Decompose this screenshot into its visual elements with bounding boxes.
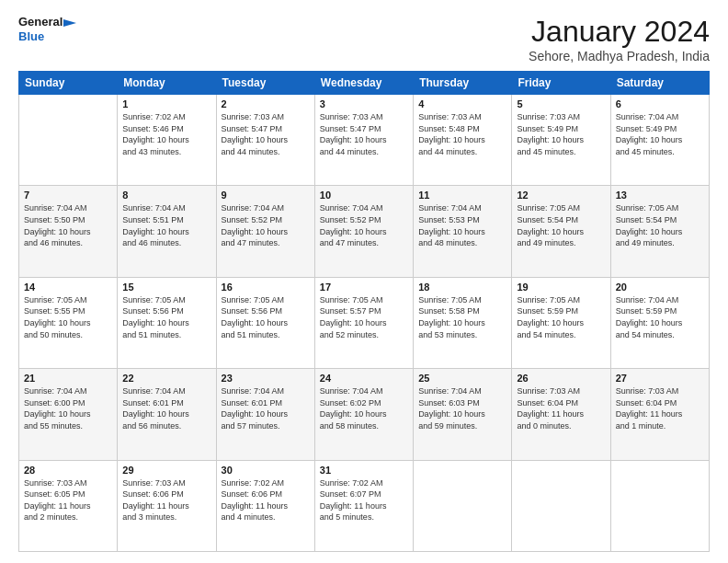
day-number: 2	[222, 98, 310, 109]
col-monday: Monday	[118, 72, 216, 95]
table-row: 11Sunrise: 7:04 AM Sunset: 5:53 PM Dayli…	[414, 186, 512, 277]
day-number: 15	[122, 282, 210, 293]
day-info: Sunrise: 7:03 AM Sunset: 5:48 PM Dayligh…	[418, 111, 506, 157]
table-row: 21Sunrise: 7:04 AM Sunset: 6:00 PM Dayli…	[19, 369, 118, 460]
table-row: 8Sunrise: 7:04 AM Sunset: 5:51 PM Daylig…	[118, 186, 216, 277]
table-row: 27Sunrise: 7:03 AM Sunset: 6:04 PM Dayli…	[610, 369, 709, 460]
table-row: 9Sunrise: 7:04 AM Sunset: 5:52 PM Daylig…	[216, 186, 314, 277]
day-info: Sunrise: 7:04 AM Sunset: 6:02 PM Dayligh…	[320, 385, 408, 431]
day-info: Sunrise: 7:03 AM Sunset: 6:06 PM Dayligh…	[122, 477, 210, 523]
day-number: 8	[122, 190, 210, 201]
table-row: 10Sunrise: 7:04 AM Sunset: 5:52 PM Dayli…	[314, 186, 413, 277]
day-info: Sunrise: 7:04 AM Sunset: 5:59 PM Dayligh…	[616, 294, 704, 340]
logo-text: General Blue	[18, 15, 76, 43]
day-info: Sunrise: 7:05 AM Sunset: 5:57 PM Dayligh…	[320, 294, 408, 340]
day-info: Sunrise: 7:04 AM Sunset: 6:01 PM Dayligh…	[122, 385, 210, 431]
col-friday: Friday	[512, 72, 610, 95]
day-number: 9	[222, 190, 310, 201]
table-row: 29Sunrise: 7:03 AM Sunset: 6:06 PM Dayli…	[118, 460, 216, 551]
col-wednesday: Wednesday	[314, 72, 413, 95]
calendar-week-row: 1Sunrise: 7:02 AM Sunset: 5:46 PM Daylig…	[19, 95, 710, 186]
calendar-table: Sunday Monday Tuesday Wednesday Thursday…	[18, 71, 710, 552]
table-row: 7Sunrise: 7:04 AM Sunset: 5:50 PM Daylig…	[19, 186, 118, 277]
day-info: Sunrise: 7:04 AM Sunset: 5:52 PM Dayligh…	[222, 202, 310, 248]
day-info: Sunrise: 7:04 AM Sunset: 6:00 PM Dayligh…	[24, 385, 112, 431]
calendar-week-row: 14Sunrise: 7:05 AM Sunset: 5:55 PM Dayli…	[19, 277, 710, 368]
svg-marker-0	[63, 19, 76, 27]
table-row: 6Sunrise: 7:04 AM Sunset: 5:49 PM Daylig…	[610, 95, 709, 186]
day-info: Sunrise: 7:03 AM Sunset: 5:47 PM Dayligh…	[320, 111, 408, 157]
table-row: 24Sunrise: 7:04 AM Sunset: 6:02 PM Dayli…	[314, 369, 413, 460]
table-row: 25Sunrise: 7:04 AM Sunset: 6:03 PM Dayli…	[414, 369, 512, 460]
day-info: Sunrise: 7:05 AM Sunset: 5:59 PM Dayligh…	[517, 294, 605, 340]
day-info: Sunrise: 7:02 AM Sunset: 6:07 PM Dayligh…	[320, 477, 408, 523]
day-info: Sunrise: 7:05 AM Sunset: 5:56 PM Dayligh…	[222, 294, 310, 340]
subtitle: Sehore, Madhya Pradesh, India	[529, 49, 710, 63]
day-number: 22	[122, 373, 210, 384]
day-number: 28	[24, 465, 112, 476]
table-row	[610, 460, 709, 551]
day-info: Sunrise: 7:02 AM Sunset: 5:46 PM Dayligh…	[122, 111, 210, 157]
day-number: 13	[616, 190, 704, 201]
table-row: 5Sunrise: 7:03 AM Sunset: 5:49 PM Daylig…	[512, 95, 610, 186]
col-sunday: Sunday	[19, 72, 118, 95]
day-number: 5	[517, 98, 605, 109]
month-title: January 2024	[529, 15, 710, 49]
day-number: 12	[517, 190, 605, 201]
table-row: 28Sunrise: 7:03 AM Sunset: 6:05 PM Dayli…	[19, 460, 118, 551]
table-row: 1Sunrise: 7:02 AM Sunset: 5:46 PM Daylig…	[118, 95, 216, 186]
day-info: Sunrise: 7:04 AM Sunset: 5:49 PM Dayligh…	[616, 111, 704, 157]
col-thursday: Thursday	[414, 72, 512, 95]
day-number: 29	[122, 465, 210, 476]
table-row: 23Sunrise: 7:04 AM Sunset: 6:01 PM Dayli…	[216, 369, 314, 460]
title-area: January 2024 Sehore, Madhya Pradesh, Ind…	[529, 15, 710, 63]
table-row: 12Sunrise: 7:05 AM Sunset: 5:54 PM Dayli…	[512, 186, 610, 277]
day-number: 31	[320, 465, 408, 476]
table-row: 14Sunrise: 7:05 AM Sunset: 5:55 PM Dayli…	[19, 277, 118, 368]
table-row: 4Sunrise: 7:03 AM Sunset: 5:48 PM Daylig…	[414, 95, 512, 186]
day-info: Sunrise: 7:04 AM Sunset: 5:52 PM Dayligh…	[320, 202, 408, 248]
day-number: 18	[418, 282, 506, 293]
day-info: Sunrise: 7:03 AM Sunset: 5:47 PM Dayligh…	[222, 111, 310, 157]
col-saturday: Saturday	[610, 72, 709, 95]
day-number: 26	[517, 373, 605, 384]
header: General Blue January 2024 Sehore, Madhya…	[18, 15, 710, 63]
header-row: Sunday Monday Tuesday Wednesday Thursday…	[19, 72, 710, 95]
day-number: 17	[320, 282, 408, 293]
logo: General Blue	[18, 15, 76, 43]
day-info: Sunrise: 7:05 AM Sunset: 5:56 PM Dayligh…	[122, 294, 210, 340]
day-number: 23	[222, 373, 310, 384]
table-row: 17Sunrise: 7:05 AM Sunset: 5:57 PM Dayli…	[314, 277, 413, 368]
day-info: Sunrise: 7:04 AM Sunset: 5:50 PM Dayligh…	[24, 202, 112, 248]
calendar-week-row: 21Sunrise: 7:04 AM Sunset: 6:00 PM Dayli…	[19, 369, 710, 460]
day-number: 7	[24, 190, 112, 201]
table-row: 26Sunrise: 7:03 AM Sunset: 6:04 PM Dayli…	[512, 369, 610, 460]
table-row: 19Sunrise: 7:05 AM Sunset: 5:59 PM Dayli…	[512, 277, 610, 368]
day-info: Sunrise: 7:03 AM Sunset: 6:05 PM Dayligh…	[24, 477, 112, 523]
day-info: Sunrise: 7:04 AM Sunset: 5:51 PM Dayligh…	[122, 202, 210, 248]
day-number: 16	[222, 282, 310, 293]
table-row: 18Sunrise: 7:05 AM Sunset: 5:58 PM Dayli…	[414, 277, 512, 368]
day-number: 25	[418, 373, 506, 384]
day-info: Sunrise: 7:02 AM Sunset: 6:06 PM Dayligh…	[222, 477, 310, 523]
table-row: 22Sunrise: 7:04 AM Sunset: 6:01 PM Dayli…	[118, 369, 216, 460]
day-info: Sunrise: 7:05 AM Sunset: 5:54 PM Dayligh…	[517, 202, 605, 248]
table-row: 16Sunrise: 7:05 AM Sunset: 5:56 PM Dayli…	[216, 277, 314, 368]
table-row: 20Sunrise: 7:04 AM Sunset: 5:59 PM Dayli…	[610, 277, 709, 368]
day-info: Sunrise: 7:05 AM Sunset: 5:55 PM Dayligh…	[24, 294, 112, 340]
day-info: Sunrise: 7:04 AM Sunset: 6:01 PM Dayligh…	[222, 385, 310, 431]
day-number: 19	[517, 282, 605, 293]
table-row: 31Sunrise: 7:02 AM Sunset: 6:07 PM Dayli…	[314, 460, 413, 551]
day-number: 14	[24, 282, 112, 293]
day-number: 11	[418, 190, 506, 201]
day-info: Sunrise: 7:04 AM Sunset: 5:53 PM Dayligh…	[418, 202, 506, 248]
table-row	[512, 460, 610, 551]
day-number: 1	[122, 98, 210, 109]
day-number: 24	[320, 373, 408, 384]
day-number: 30	[222, 465, 310, 476]
day-number: 4	[418, 98, 506, 109]
col-tuesday: Tuesday	[216, 72, 314, 95]
day-number: 27	[616, 373, 704, 384]
day-info: Sunrise: 7:05 AM Sunset: 5:54 PM Dayligh…	[616, 202, 704, 248]
day-info: Sunrise: 7:03 AM Sunset: 5:49 PM Dayligh…	[517, 111, 605, 157]
